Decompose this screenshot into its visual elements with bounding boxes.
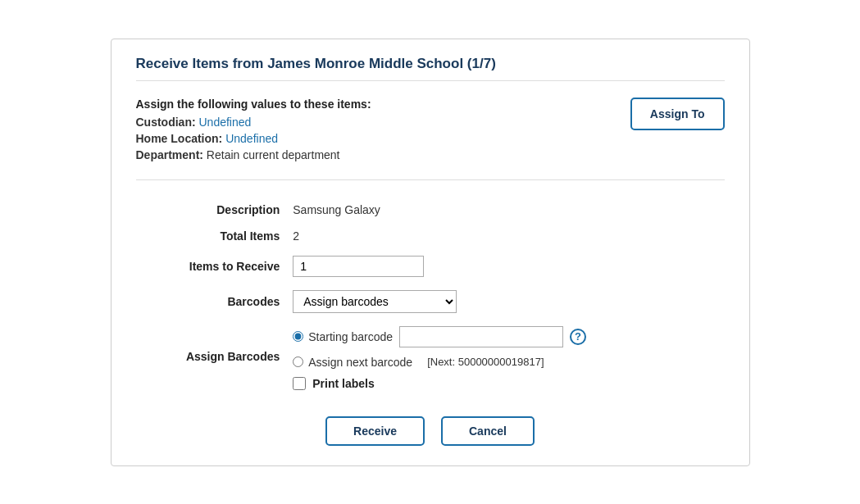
print-labels-row: Print labels [293,377,724,390]
print-labels-checkbox[interactable] [293,377,306,390]
assign-info: Assign the following values to these ite… [136,98,606,165]
total-items-value: 2 [293,226,724,246]
home-location-label: Home Location: [136,132,223,145]
assign-next-barcode-label: Assign next barcode [308,356,412,369]
items-to-receive-input[interactable] [293,256,424,277]
starting-barcode-input[interactable] [399,326,563,347]
barcodes-cell: Assign barcodes Keep existing barcodes N… [293,287,724,316]
custodian-value: Undefined [199,116,252,129]
description-value: Samsung Galaxy [293,200,724,220]
starting-barcode-radio[interactable] [293,331,303,342]
department-value: Retain current department [207,148,340,161]
home-location-line: Home Location: Undefined [136,132,606,145]
help-icon[interactable]: ? [570,329,586,345]
total-items-label: Total Items [136,226,293,246]
items-to-receive-row: Items to Receive [136,252,725,280]
assign-barcodes-row: Assign Barcodes Starting barcode ? Assig… [136,323,725,390]
total-items-row: Total Items 2 [136,226,725,246]
starting-barcode-row: Starting barcode ? [293,326,724,347]
form-grid: Description Samsung Galaxy Total Items 2… [136,193,725,397]
receive-button[interactable]: Receive [325,416,425,446]
custodian-label: Custodian: [136,116,196,129]
barcodes-select[interactable]: Assign barcodes Keep existing barcodes N… [293,290,457,313]
cancel-button[interactable]: Cancel [441,416,535,446]
items-to-receive-cell [293,252,724,280]
barcodes-row: Barcodes Assign barcodes Keep existing b… [136,287,725,316]
assign-next-barcode-radio[interactable] [293,356,303,367]
receive-items-dialog: Receive Items from James Monroe Middle S… [111,39,750,466]
department-line: Department: Retain current department [136,148,606,161]
assign-next-row: Assign next barcode [Next: 5000000001981… [293,356,724,369]
barcodes-label: Barcodes [136,287,293,316]
description-label: Description [136,200,293,220]
assign-header: Assign the following values to these ite… [136,98,606,111]
print-labels-label: Print labels [312,377,374,390]
department-label: Department: [136,148,203,161]
button-row: Receive Cancel [136,416,725,446]
assign-to-button[interactable]: Assign To [630,98,725,130]
starting-barcode-radio-label: Starting barcode [308,330,393,343]
dialog-title: Receive Items from James Monroe Middle S… [136,56,725,81]
assign-barcodes-section: Starting barcode ? Assign next barcode [… [293,323,724,390]
divider [136,179,725,180]
next-barcode-text: [Next: 50000000019817] [427,356,544,368]
top-section: Assign the following values to these ite… [136,98,725,165]
home-location-value: Undefined [225,132,278,145]
assign-barcodes-label: Assign Barcodes [136,323,293,390]
items-to-receive-label: Items to Receive [136,252,293,280]
description-row: Description Samsung Galaxy [136,200,725,220]
custodian-line: Custodian: Undefined [136,116,606,129]
